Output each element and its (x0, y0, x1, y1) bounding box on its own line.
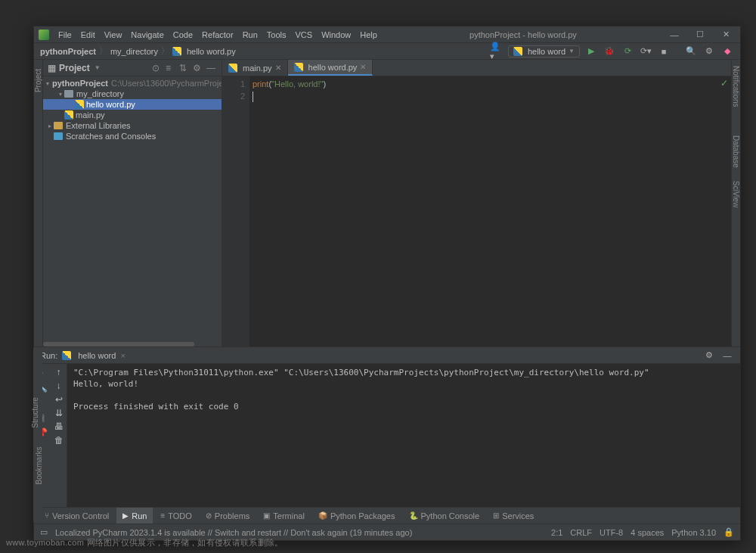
more-run-icon[interactable]: ⟳▾ (639, 45, 652, 58)
project-panel: ▦ Project ▼ ⊙ ≡ ⇅ ⚙ — ▾ pythonProject C:… (43, 60, 222, 346)
editor-area: main.py ✕ hello word.py ✕ 1 2 print("Hel… (222, 60, 731, 346)
print-icon[interactable]: 🖶 (54, 421, 64, 432)
python-icon (62, 351, 71, 360)
window-title: pythonProject - hello word.py (382, 30, 665, 39)
status-message[interactable]: Localized PyCharm 2023.1.4 is available … (55, 528, 412, 537)
search-icon[interactable]: 🔍 (684, 45, 698, 58)
menu-edit[interactable]: Edit (76, 30, 100, 39)
run-button[interactable]: ▶ (584, 45, 598, 58)
tree-external-libs[interactable]: ▸ External Libraries (43, 120, 222, 131)
close-icon[interactable]: ✕ (275, 64, 281, 72)
tree-root-path: C:\Users\13600\PycharmProjects\py (111, 79, 222, 88)
status-event-icon[interactable]: ▭ (40, 527, 48, 537)
tree-scratches-label: Scratches and Consoles (66, 132, 156, 141)
menu-vcs[interactable]: VCS (291, 30, 318, 39)
btab-version-control[interactable]: ⑂Version Control (39, 508, 115, 523)
tree-file-selected[interactable]: hello word.py (43, 99, 222, 110)
select-opened-icon[interactable]: ⊙ (152, 63, 163, 73)
pycharm-icon (39, 30, 49, 40)
status-python[interactable]: Python 3.10 (671, 528, 716, 537)
tree-file2-label: main.py (76, 110, 105, 120)
btab-todo[interactable]: ≡TODO (154, 508, 197, 523)
run-settings-icon[interactable]: ⚙ (702, 349, 716, 362)
btab-run[interactable]: ▶Run (116, 508, 153, 523)
run-hide-icon[interactable]: — (720, 349, 734, 362)
scroll-icon[interactable]: ⇊ (55, 408, 63, 418)
code-content[interactable]: print("Hello, world!") (249, 76, 731, 346)
btab-python-console[interactable]: 🐍Python Console (403, 508, 486, 523)
menu-help[interactable]: Help (355, 30, 382, 39)
tree-scratches[interactable]: Scratches and Consoles (43, 131, 222, 141)
editor-tabs: main.py ✕ hello word.py ✕ (222, 60, 731, 76)
menu-file[interactable]: File (54, 30, 76, 39)
notifications-tab[interactable]: Notifications (732, 66, 740, 107)
horizontal-scrollbar[interactable] (43, 340, 222, 346)
status-indent[interactable]: 4 spaces (631, 528, 664, 537)
stop-button[interactable]: ■ (657, 45, 671, 58)
run-config-name: hello word (78, 351, 116, 360)
wrap-icon[interactable]: ↩ (55, 394, 63, 405)
menu-tools[interactable]: Tools (262, 30, 291, 39)
menu-refactor[interactable]: Refactor (197, 30, 238, 39)
menu-code[interactable]: Code (169, 30, 197, 39)
btab-terminal[interactable]: ▣Terminal (257, 508, 311, 523)
ai-icon[interactable]: ◆ (720, 45, 734, 58)
line-gutter: 1 2 (222, 76, 249, 346)
database-tab[interactable]: Database (732, 135, 740, 168)
trash-icon[interactable]: 🗑 (54, 435, 64, 446)
python-file-icon (294, 63, 303, 72)
project-tool-tab[interactable]: Project (34, 69, 42, 92)
down-icon[interactable]: ↓ (57, 381, 61, 391)
up-icon[interactable]: ↑ (57, 367, 61, 377)
hide-icon[interactable]: — (206, 63, 217, 73)
expand-all-icon[interactable]: ≡ (166, 63, 176, 73)
tab-main-py[interactable]: main.py ✕ (222, 60, 288, 76)
collapse-all-icon[interactable]: ⇅ (179, 63, 190, 73)
bookmarks-tab[interactable]: Bookmarks (35, 446, 43, 484)
line-number: 2 (222, 90, 245, 102)
tree-file-main[interactable]: main.py (43, 110, 222, 120)
menu-window[interactable]: Window (317, 30, 355, 39)
btab-python-packages[interactable]: 📦Python Packages (312, 508, 401, 523)
btab-problems[interactable]: ⊘Problems (200, 508, 256, 523)
tree-dir[interactable]: ▾ my_directory (43, 89, 222, 99)
menu-run[interactable]: Run (238, 30, 262, 39)
user-icon[interactable]: 👤▾ (490, 45, 503, 58)
breadcrumb-file[interactable]: hello word.py (187, 47, 236, 56)
maximize-button[interactable]: ☐ (690, 27, 710, 42)
run-config-dropdown[interactable]: hello word ▼ (508, 45, 580, 57)
close-icon[interactable]: ✕ (360, 63, 366, 71)
status-position[interactable]: 2:1 (551, 528, 562, 537)
structure-tab[interactable]: Structure (31, 397, 39, 428)
text-cursor (253, 92, 253, 102)
minimize-button[interactable]: — (665, 27, 684, 42)
run-config-label: hello word (528, 47, 565, 56)
lock-icon[interactable]: 🔒 (723, 527, 734, 537)
console-output[interactable]: "C:\Program Files\Python31011\python.exe… (67, 364, 740, 507)
btab-services[interactable]: ⊞Services (487, 508, 540, 523)
close-button[interactable]: ✕ (716, 27, 736, 42)
titlebar: File Edit View Navigate Code Refactor Ru… (34, 26, 740, 43)
breadcrumb-dir[interactable]: my_directory (110, 47, 158, 56)
tab-hello-word-py[interactable]: hello word.py ✕ (288, 60, 373, 76)
inspection-ok-icon[interactable]: ✓ (720, 78, 728, 89)
breadcrumb-root[interactable]: pythonProject (40, 47, 96, 56)
menu-navigate[interactable]: Navigate (126, 30, 168, 39)
bottom-tool-tabs: ⑂Version Control ▶Run ≡TODO ⊘Problems ▣T… (34, 507, 740, 523)
gear-icon[interactable]: ⚙ (193, 63, 203, 73)
python-icon (513, 47, 522, 56)
run-panel: Run: hello word × ⚙ — ▶ 🔧 ■ ▣ 📌 ↑ ↓ ↩ ⇊ … (34, 346, 740, 507)
watermark-text: www.toymoban.com 网络图片仅供展示，非存储，如有侵权请联系删除。 (6, 537, 283, 548)
coverage-button[interactable]: ⟳ (621, 45, 634, 58)
sciview-tab[interactable]: SciView (732, 181, 740, 207)
settings-icon[interactable]: ⚙ (702, 45, 716, 58)
status-eol[interactable]: CRLF (570, 528, 592, 537)
navbar: pythonProject 〉 my_directory 〉 hello wor… (34, 43, 740, 60)
code-editor[interactable]: 1 2 print("Hello, world!") ✓ (222, 76, 731, 346)
tab-label: hello word.py (308, 63, 358, 72)
tree-root[interactable]: ▾ pythonProject C:\Users\13600\PycharmPr… (43, 78, 222, 89)
ide-window: File Edit View Navigate Code Refactor Ru… (33, 26, 741, 541)
debug-button[interactable]: 🐞 (603, 45, 616, 58)
menu-view[interactable]: View (100, 30, 127, 39)
status-encoding[interactable]: UTF-8 (600, 528, 623, 537)
